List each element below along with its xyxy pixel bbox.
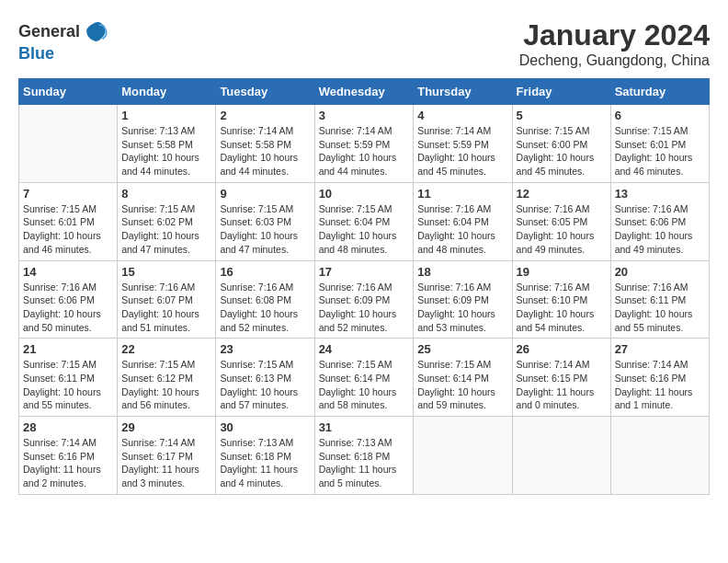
day-info: Sunrise: 7:15 AM Sunset: 6:02 PM Dayligh… (121, 202, 211, 257)
day-number: 21 (23, 342, 113, 356)
day-number: 17 (319, 265, 410, 279)
day-info: Sunrise: 7:14 AM Sunset: 6:16 PM Dayligh… (23, 436, 113, 490)
day-number: 7 (23, 187, 113, 201)
day-number: 23 (220, 342, 310, 356)
day-info: Sunrise: 7:16 AM Sunset: 6:11 PM Dayligh… (615, 281, 705, 335)
day-info: Sunrise: 7:16 AM Sunset: 6:10 PM Dayligh… (517, 281, 607, 335)
calendar-day-header: Thursday (414, 79, 512, 105)
logo: General Blue (18, 18, 108, 63)
day-number: 2 (220, 109, 310, 122)
calendar-day-cell: 23Sunrise: 7:15 AM Sunset: 6:13 PM Dayli… (216, 339, 314, 417)
calendar-day-cell: 31Sunrise: 7:13 AM Sunset: 6:18 PM Dayli… (314, 417, 414, 495)
calendar-day-header: Tuesday (216, 79, 314, 105)
day-number: 15 (121, 265, 211, 279)
day-number: 31 (319, 420, 410, 434)
calendar-day-cell: 7Sunrise: 7:15 AM Sunset: 6:01 PM Daylig… (19, 182, 118, 260)
calendar-day-cell: 15Sunrise: 7:16 AM Sunset: 6:07 PM Dayli… (118, 260, 216, 339)
calendar-day-cell (19, 105, 118, 183)
calendar-day-cell: 26Sunrise: 7:14 AM Sunset: 6:15 PM Dayli… (512, 339, 610, 417)
day-info: Sunrise: 7:14 AM Sunset: 6:16 PM Dayligh… (615, 358, 705, 412)
day-info: Sunrise: 7:14 AM Sunset: 5:59 PM Dayligh… (319, 124, 410, 178)
calendar-week-row: 1Sunrise: 7:13 AM Sunset: 5:58 PM Daylig… (19, 105, 710, 183)
day-info: Sunrise: 7:15 AM Sunset: 6:01 PM Dayligh… (23, 202, 113, 257)
day-info: Sunrise: 7:14 AM Sunset: 5:58 PM Dayligh… (220, 124, 310, 178)
calendar-day-cell: 25Sunrise: 7:15 AM Sunset: 6:14 PM Dayli… (414, 339, 512, 417)
day-number: 11 (417, 187, 507, 201)
day-number: 3 (319, 109, 410, 122)
calendar-day-header: Monday (118, 79, 216, 105)
calendar-day-cell: 14Sunrise: 7:16 AM Sunset: 6:06 PM Dayli… (19, 260, 118, 339)
day-number: 27 (615, 342, 705, 356)
calendar-table: SundayMondayTuesdayWednesdayThursdayFrid… (18, 78, 710, 495)
calendar-day-cell: 16Sunrise: 7:16 AM Sunset: 6:08 PM Dayli… (216, 260, 314, 339)
calendar-week-row: 14Sunrise: 7:16 AM Sunset: 6:06 PM Dayli… (19, 260, 710, 339)
location-title: Decheng, Guangdong, China (519, 52, 710, 69)
calendar-day-cell: 2Sunrise: 7:14 AM Sunset: 5:58 PM Daylig… (216, 105, 314, 183)
calendar-week-row: 7Sunrise: 7:15 AM Sunset: 6:01 PM Daylig… (19, 182, 710, 260)
calendar-day-cell: 6Sunrise: 7:15 AM Sunset: 6:01 PM Daylig… (610, 105, 709, 183)
day-number: 20 (615, 265, 705, 279)
day-number: 13 (615, 187, 705, 201)
calendar-day-cell: 13Sunrise: 7:16 AM Sunset: 6:06 PM Dayli… (610, 182, 709, 260)
day-number: 8 (121, 187, 211, 201)
day-info: Sunrise: 7:14 AM Sunset: 6:15 PM Dayligh… (517, 358, 607, 412)
calendar-day-cell: 8Sunrise: 7:15 AM Sunset: 6:02 PM Daylig… (118, 182, 216, 260)
day-info: Sunrise: 7:14 AM Sunset: 5:59 PM Dayligh… (417, 124, 507, 178)
day-info: Sunrise: 7:14 AM Sunset: 6:17 PM Dayligh… (121, 436, 211, 490)
calendar-day-header: Sunday (19, 79, 118, 105)
calendar-day-cell: 17Sunrise: 7:16 AM Sunset: 6:09 PM Dayli… (314, 260, 414, 339)
calendar-header-row: SundayMondayTuesdayWednesdayThursdayFrid… (19, 79, 710, 105)
day-number: 5 (517, 109, 607, 122)
day-number: 24 (319, 342, 410, 356)
day-number: 9 (220, 187, 310, 201)
day-info: Sunrise: 7:15 AM Sunset: 6:12 PM Dayligh… (121, 358, 211, 412)
calendar-day-cell: 18Sunrise: 7:16 AM Sunset: 6:09 PM Dayli… (414, 260, 512, 339)
day-number: 1 (121, 109, 211, 122)
calendar-day-cell (414, 417, 512, 495)
calendar-day-cell: 12Sunrise: 7:16 AM Sunset: 6:05 PM Dayli… (512, 182, 610, 260)
day-number: 29 (121, 420, 211, 434)
day-number: 19 (517, 265, 607, 279)
calendar-day-cell: 30Sunrise: 7:13 AM Sunset: 6:18 PM Dayli… (216, 417, 314, 495)
calendar-day-cell: 5Sunrise: 7:15 AM Sunset: 6:00 PM Daylig… (512, 105, 610, 183)
calendar-day-cell: 27Sunrise: 7:14 AM Sunset: 6:16 PM Dayli… (610, 339, 709, 417)
day-info: Sunrise: 7:16 AM Sunset: 6:09 PM Dayligh… (417, 281, 507, 335)
calendar-day-cell: 11Sunrise: 7:16 AM Sunset: 6:04 PM Dayli… (414, 182, 512, 260)
day-number: 18 (417, 265, 507, 279)
calendar-day-cell: 29Sunrise: 7:14 AM Sunset: 6:17 PM Dayli… (118, 417, 216, 495)
day-number: 12 (517, 187, 607, 201)
day-number: 25 (417, 342, 507, 356)
title-section: January 2024 Decheng, Guangdong, China (519, 18, 710, 69)
day-number: 22 (121, 342, 211, 356)
day-info: Sunrise: 7:16 AM Sunset: 6:08 PM Dayligh… (220, 281, 310, 335)
calendar-day-header: Saturday (610, 79, 709, 105)
day-info: Sunrise: 7:15 AM Sunset: 6:14 PM Dayligh… (319, 358, 410, 412)
day-info: Sunrise: 7:13 AM Sunset: 6:18 PM Dayligh… (319, 436, 410, 490)
day-info: Sunrise: 7:15 AM Sunset: 6:01 PM Dayligh… (615, 124, 705, 178)
calendar-day-cell: 20Sunrise: 7:16 AM Sunset: 6:11 PM Dayli… (610, 260, 709, 339)
calendar-day-cell: 22Sunrise: 7:15 AM Sunset: 6:12 PM Dayli… (118, 339, 216, 417)
day-info: Sunrise: 7:15 AM Sunset: 6:11 PM Dayligh… (23, 358, 113, 412)
calendar-day-cell: 24Sunrise: 7:15 AM Sunset: 6:14 PM Dayli… (314, 339, 414, 417)
day-info: Sunrise: 7:13 AM Sunset: 6:18 PM Dayligh… (220, 436, 310, 490)
day-number: 10 (319, 187, 410, 201)
calendar-day-cell: 19Sunrise: 7:16 AM Sunset: 6:10 PM Dayli… (512, 260, 610, 339)
calendar-day-cell (610, 417, 709, 495)
day-info: Sunrise: 7:16 AM Sunset: 6:05 PM Dayligh… (517, 202, 607, 257)
logo-general: General (18, 22, 80, 41)
day-number: 30 (220, 420, 310, 434)
calendar-day-cell (512, 417, 610, 495)
calendar-week-row: 21Sunrise: 7:15 AM Sunset: 6:11 PM Dayli… (19, 339, 710, 417)
calendar-day-cell: 9Sunrise: 7:15 AM Sunset: 6:03 PM Daylig… (216, 182, 314, 260)
day-info: Sunrise: 7:16 AM Sunset: 6:06 PM Dayligh… (23, 281, 113, 335)
day-info: Sunrise: 7:16 AM Sunset: 6:06 PM Dayligh… (615, 202, 705, 257)
month-title: January 2024 (519, 18, 710, 52)
day-info: Sunrise: 7:16 AM Sunset: 6:04 PM Dayligh… (417, 202, 507, 257)
day-number: 28 (23, 420, 113, 434)
day-info: Sunrise: 7:16 AM Sunset: 6:07 PM Dayligh… (121, 281, 211, 335)
day-number: 14 (23, 265, 113, 279)
day-info: Sunrise: 7:15 AM Sunset: 6:03 PM Dayligh… (220, 202, 310, 257)
calendar-day-cell: 28Sunrise: 7:14 AM Sunset: 6:16 PM Dayli… (19, 417, 118, 495)
calendar-day-cell: 21Sunrise: 7:15 AM Sunset: 6:11 PM Dayli… (19, 339, 118, 417)
calendar-day-header: Wednesday (314, 79, 414, 105)
